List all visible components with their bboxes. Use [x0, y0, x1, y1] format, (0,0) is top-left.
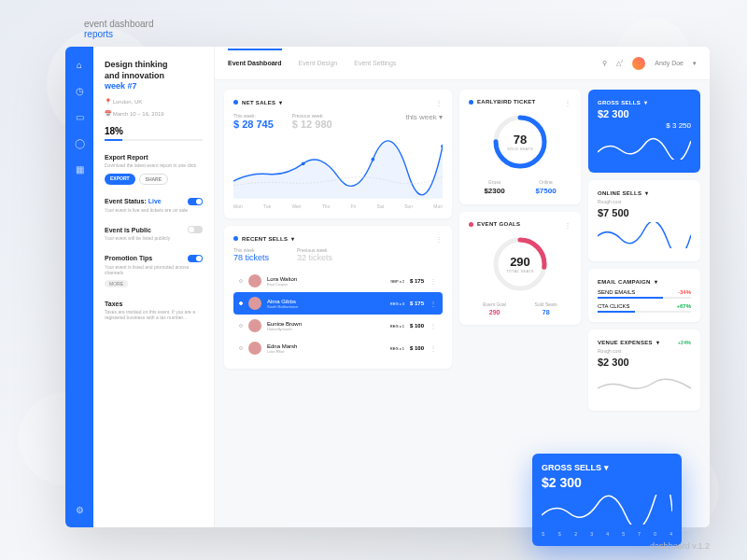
goals-value: 290	[510, 255, 530, 269]
online-title: ONLINE SELLS	[598, 190, 641, 196]
export-title: Export Report	[105, 154, 203, 161]
share-button[interactable]: SHARE	[139, 174, 169, 185]
event-goal-label: Event Goal	[483, 301, 506, 307]
status-title: Event Status:	[105, 198, 147, 204]
card-menu-icon[interactable]: ⋮	[435, 99, 443, 107]
cta-clicks-bar	[598, 311, 691, 313]
goals-title: EVENT GOALS	[477, 221, 520, 227]
earlybird-title: EARLYBIRD TICKET	[477, 99, 536, 105]
svg-point-1	[371, 158, 374, 161]
list-item[interactable]: Alma GibbsSouth Nathantown REG x 3 $ 175…	[233, 292, 443, 315]
chart-days: MonTueWenThuFriSatSunMon	[233, 203, 443, 209]
net-sales-title: NET SALES	[242, 100, 275, 105]
ticket-icon[interactable]: ▭	[73, 110, 86, 123]
this-week-value: $ 28 745	[233, 119, 274, 130]
online-label: Rough cost	[598, 199, 691, 204]
avatar[interactable]	[632, 57, 645, 70]
settings-icon[interactable]: ⚙	[73, 503, 86, 516]
taxes-desc: Taxes are tracked on this event. If you …	[105, 309, 203, 321]
event-location: 📍 London, UK	[105, 98, 203, 105]
notification-icon[interactable]: △2	[616, 59, 623, 67]
venue-title: VENUE EXPENSES	[598, 340, 653, 345]
earlybird-value: 78	[514, 133, 527, 147]
promo-toggle[interactable]	[188, 255, 203, 262]
send-emails-bar	[598, 297, 691, 299]
status-toggle[interactable]	[188, 198, 203, 205]
public-desc: Your event will be listed publicly	[105, 235, 203, 242]
venue-pct: +24%	[678, 340, 691, 345]
taxes-title: Taxes	[105, 301, 203, 307]
user-icon[interactable]: ◯	[73, 136, 86, 149]
search-icon[interactable]: ⚲	[602, 60, 607, 67]
tab-dashboard[interactable]: Event Dashboard	[228, 49, 282, 77]
svg-point-2	[441, 145, 443, 148]
promo-desc: Your event is listed and promoted across…	[105, 264, 203, 276]
online-value: $7500	[535, 187, 556, 195]
user-name[interactable]: Andy Doe	[655, 60, 684, 66]
gross-title: GROSS SELLS	[598, 100, 641, 105]
list-item[interactable]: Edna MarshLake Elliot REG x 1 $ 100 ⋮	[233, 337, 443, 359]
earlybird-label: SOLD SEATS	[507, 147, 533, 151]
public-toggle[interactable]	[188, 226, 203, 233]
goals-label: TOTAL SEATS	[506, 269, 534, 273]
send-emails-value: -34%	[678, 289, 691, 295]
event-title: Design thinking and innovation week #7	[105, 60, 203, 92]
card-menu-icon[interactable]: ⋮	[564, 99, 571, 107]
gross-value: $2300	[484, 187, 504, 195]
export-button[interactable]: EXPORT	[105, 174, 135, 185]
cta-clicks-label: CTA CLICKS	[598, 303, 630, 309]
venue-value: $2 300	[598, 357, 691, 368]
prev-week-value: $ 12 980	[292, 119, 332, 130]
topbar: Event Dashboard Event Design Event Setti…	[215, 47, 710, 80]
overlay-value: $2 300	[542, 475, 672, 490]
cta-clicks-value: +67%	[676, 303, 691, 309]
promo-title: Promotion Tips	[105, 255, 152, 261]
gross-sub: $ 3 250	[598, 121, 691, 130]
event-goal-value: 290	[483, 309, 506, 315]
status-value: Live	[148, 198, 162, 204]
card-menu-icon[interactable]: ⋮	[435, 235, 443, 244]
sold-seats-value: 78	[535, 309, 557, 315]
net-sales-card: ⋮ NET SALES ▾ This week: $ 28 745 Previo…	[224, 90, 452, 218]
week-label: this week ▾	[405, 113, 443, 130]
send-emails-label: SEND EMAILS	[598, 289, 635, 295]
status-desc: Your event is live and tickets are on sa…	[105, 207, 203, 214]
email-title: EMAIL CAMPAIGN	[598, 279, 651, 285]
tab-design[interactable]: Event Design	[299, 49, 338, 77]
event-goals-card: ⋮ EVENT GOALS 290TOTAL SEATS Event Goal2…	[459, 212, 581, 325]
online-value: $7 500	[598, 207, 691, 218]
gross-value: $2 300	[598, 108, 691, 119]
card-menu-icon[interactable]: ⋮	[564, 221, 571, 230]
venue-expenses-card: VENUE EXPENSES ▾ +24% Rough cost $2 300	[588, 329, 700, 411]
online-sells-card: ONLINE SELLS ▾ Rough cost $7 500	[588, 180, 700, 261]
overlay-gross-card: GROSS SELLS ▾ $2 300 SS2345704	[532, 454, 682, 546]
recent-prev-value: 32 tickets	[297, 253, 332, 262]
recent-title: RECENT SELLS	[242, 236, 288, 242]
nav-rail: ⌂ ◷ ▭ ◯ ▦ ⚙	[65, 47, 93, 527]
venue-label: Rough cost	[598, 348, 691, 354]
earlybird-card: ⋮ EARLYBIRD TICKET 78SOLD SEATS Gross$23…	[459, 90, 581, 204]
recent-this-value: 78 tickets	[233, 253, 269, 262]
list-item[interactable]: Eunice BrownDonnellymouth REG x 1 $ 100 …	[233, 315, 443, 337]
recent-list: Lora WaltonEast Casper GBP x 2 $ 175 ⋮ A…	[233, 270, 443, 359]
clock-icon[interactable]: ◷	[73, 84, 86, 97]
list-item[interactable]: Lora WaltonEast Casper GBP x 2 $ 175 ⋮	[233, 270, 443, 292]
gross-sells-card: GROSS SELLS ▾ $2 300 $ 3 250	[588, 90, 700, 173]
sold-seats-label: Sold Seats	[535, 301, 557, 307]
recent-sells-card: ⋮ RECENT SELLS ▾ This week 78 tickets Pr…	[224, 226, 452, 369]
gross-label: Gross	[484, 179, 504, 185]
svg-point-0	[302, 161, 305, 165]
chevron-down-icon[interactable]: ▾	[693, 60, 697, 67]
page-header-title: event dashboard	[84, 19, 154, 29]
public-title: Event is Public	[105, 227, 151, 233]
more-button[interactable]: MORE	[105, 280, 128, 287]
sidebar: Design thinking and innovation week #7 📍…	[93, 47, 215, 527]
email-campaign-card: EMAIL CAMPAIGN ▾ SEND EMAILS-34% CTA CLI…	[588, 269, 700, 322]
tab-settings[interactable]: Event Settings	[354, 49, 396, 77]
progress-percent: 18%	[105, 126, 203, 136]
footer-version: dashboard v.1.2	[650, 541, 710, 551]
home-icon[interactable]: ⌂	[73, 58, 86, 71]
net-sales-chart	[233, 135, 443, 201]
calendar-icon[interactable]: ▦	[73, 162, 86, 175]
event-dates: 📅 March 10 – 16, 2019	[105, 110, 203, 117]
